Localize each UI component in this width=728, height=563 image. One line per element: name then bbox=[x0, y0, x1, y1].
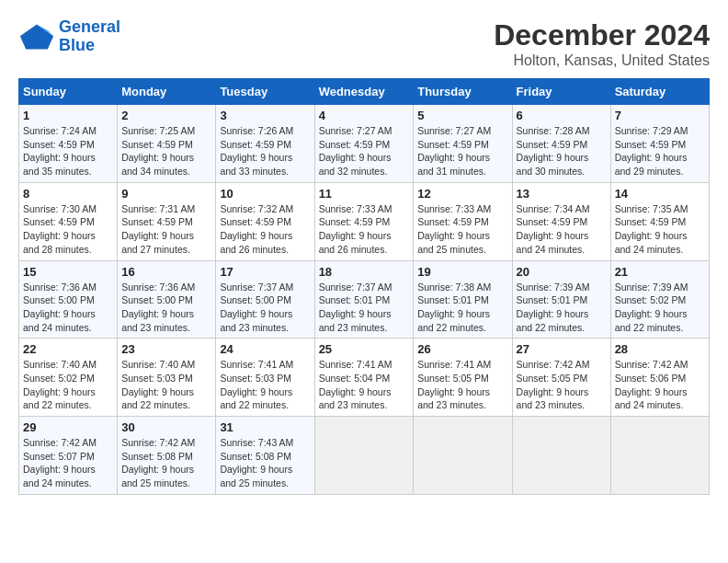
calendar-cell: 11 Sunrise: 7:33 AM Sunset: 4:59 PM Dayl… bbox=[314, 182, 414, 260]
day-detail: Sunrise: 7:37 AM Sunset: 5:01 PM Dayligh… bbox=[319, 281, 410, 335]
day-detail: Sunrise: 7:42 AM Sunset: 5:07 PM Dayligh… bbox=[23, 436, 113, 490]
calendar-cell: 24 Sunrise: 7:41 AM Sunset: 5:03 PM Dayl… bbox=[216, 339, 314, 417]
calendar-cell: 4 Sunrise: 7:27 AM Sunset: 4:59 PM Dayli… bbox=[314, 105, 414, 183]
day-number: 9 bbox=[121, 187, 211, 201]
calendar-cell: 26 Sunrise: 7:41 AM Sunset: 5:05 PM Dayl… bbox=[414, 339, 512, 417]
day-detail: Sunrise: 7:25 AM Sunset: 4:59 PM Dayligh… bbox=[121, 124, 211, 178]
calendar-cell: 17 Sunrise: 7:37 AM Sunset: 5:00 PM Dayl… bbox=[216, 260, 314, 339]
day-number: 3 bbox=[220, 109, 310, 122]
calendar-week-row: 22 Sunrise: 7:40 AM Sunset: 5:02 PM Dayl… bbox=[19, 339, 710, 417]
day-detail: Sunrise: 7:30 AM Sunset: 4:59 PM Dayligh… bbox=[23, 202, 113, 257]
calendar-cell: 15 Sunrise: 7:36 AM Sunset: 5:00 PM Dayl… bbox=[19, 260, 118, 339]
day-detail: Sunrise: 7:33 AM Sunset: 4:59 PM Dayligh… bbox=[319, 202, 410, 257]
day-detail: Sunrise: 7:38 AM Sunset: 5:01 PM Dayligh… bbox=[417, 281, 507, 335]
day-detail: Sunrise: 7:32 AM Sunset: 4:59 PM Dayligh… bbox=[220, 202, 310, 257]
day-detail: Sunrise: 7:29 AM Sunset: 4:59 PM Dayligh… bbox=[615, 124, 705, 178]
weekday-header-row: SundayMondayTuesdayWednesdayThursdayFrid… bbox=[19, 79, 710, 105]
day-detail: Sunrise: 7:40 AM Sunset: 5:02 PM Dayligh… bbox=[23, 358, 113, 412]
calendar-cell: 30 Sunrise: 7:42 AM Sunset: 5:08 PM Dayl… bbox=[118, 417, 216, 495]
logo-line1: General bbox=[59, 17, 120, 36]
calendar-cell bbox=[414, 417, 512, 495]
day-number: 11 bbox=[319, 187, 410, 201]
day-number: 25 bbox=[319, 342, 410, 356]
day-detail: Sunrise: 7:24 AM Sunset: 4:59 PM Dayligh… bbox=[23, 124, 113, 178]
day-detail: Sunrise: 7:27 AM Sunset: 4:59 PM Dayligh… bbox=[319, 124, 410, 178]
day-number: 29 bbox=[23, 420, 113, 434]
day-number: 8 bbox=[23, 187, 113, 201]
day-detail: Sunrise: 7:40 AM Sunset: 5:03 PM Dayligh… bbox=[121, 358, 211, 412]
calendar-cell: 22 Sunrise: 7:40 AM Sunset: 5:02 PM Dayl… bbox=[19, 339, 118, 417]
calendar-cell: 29 Sunrise: 7:42 AM Sunset: 5:07 PM Dayl… bbox=[19, 417, 118, 495]
day-number: 22 bbox=[23, 342, 113, 356]
day-detail: Sunrise: 7:27 AM Sunset: 4:59 PM Dayligh… bbox=[417, 124, 507, 178]
logo-text: General Blue bbox=[59, 18, 120, 55]
day-detail: Sunrise: 7:36 AM Sunset: 5:00 PM Dayligh… bbox=[121, 281, 211, 335]
day-number: 27 bbox=[517, 342, 607, 356]
calendar-cell bbox=[610, 417, 709, 495]
calendar-week-row: 15 Sunrise: 7:36 AM Sunset: 5:00 PM Dayl… bbox=[19, 260, 710, 339]
day-detail: Sunrise: 7:41 AM Sunset: 5:04 PM Dayligh… bbox=[319, 358, 410, 412]
title-section: December 2024 Holton, Kansas, United Sta… bbox=[494, 18, 710, 69]
day-detail: Sunrise: 7:41 AM Sunset: 5:03 PM Dayligh… bbox=[220, 358, 310, 412]
day-detail: Sunrise: 7:35 AM Sunset: 4:59 PM Dayligh… bbox=[615, 202, 705, 257]
day-number: 1 bbox=[23, 109, 113, 122]
header: General Blue December 2024 Holton, Kansa… bbox=[18, 18, 710, 69]
calendar-cell: 2 Sunrise: 7:25 AM Sunset: 4:59 PM Dayli… bbox=[118, 105, 216, 183]
day-number: 15 bbox=[23, 265, 113, 279]
day-detail: Sunrise: 7:42 AM Sunset: 5:08 PM Dayligh… bbox=[121, 436, 211, 490]
day-detail: Sunrise: 7:37 AM Sunset: 5:00 PM Dayligh… bbox=[220, 281, 310, 335]
weekday-header: Friday bbox=[512, 79, 610, 105]
calendar-cell: 27 Sunrise: 7:42 AM Sunset: 5:05 PM Dayl… bbox=[512, 339, 610, 417]
day-number: 31 bbox=[220, 420, 310, 434]
day-number: 19 bbox=[417, 265, 507, 279]
calendar-cell: 21 Sunrise: 7:39 AM Sunset: 5:02 PM Dayl… bbox=[610, 260, 709, 339]
day-number: 2 bbox=[121, 109, 211, 122]
calendar-cell: 10 Sunrise: 7:32 AM Sunset: 4:59 PM Dayl… bbox=[216, 182, 314, 260]
day-detail: Sunrise: 7:26 AM Sunset: 4:59 PM Dayligh… bbox=[220, 124, 310, 178]
calendar-cell bbox=[512, 417, 610, 495]
weekday-header: Wednesday bbox=[314, 79, 414, 105]
day-detail: Sunrise: 7:42 AM Sunset: 5:06 PM Dayligh… bbox=[615, 358, 705, 412]
calendar-cell: 25 Sunrise: 7:41 AM Sunset: 5:04 PM Dayl… bbox=[314, 339, 414, 417]
calendar-cell: 16 Sunrise: 7:36 AM Sunset: 5:00 PM Dayl… bbox=[118, 260, 216, 339]
day-number: 4 bbox=[319, 109, 410, 122]
calendar-cell: 28 Sunrise: 7:42 AM Sunset: 5:06 PM Dayl… bbox=[610, 339, 709, 417]
day-number: 26 bbox=[417, 342, 507, 356]
main-title: December 2024 bbox=[494, 18, 710, 52]
day-number: 5 bbox=[417, 109, 507, 122]
calendar-cell: 7 Sunrise: 7:29 AM Sunset: 4:59 PM Dayli… bbox=[610, 105, 709, 183]
calendar-cell: 5 Sunrise: 7:27 AM Sunset: 4:59 PM Dayli… bbox=[414, 105, 512, 183]
svg-marker-0 bbox=[20, 24, 53, 49]
calendar-cell: 3 Sunrise: 7:26 AM Sunset: 4:59 PM Dayli… bbox=[216, 105, 314, 183]
day-number: 23 bbox=[121, 342, 211, 356]
day-detail: Sunrise: 7:31 AM Sunset: 4:59 PM Dayligh… bbox=[121, 202, 211, 257]
day-detail: Sunrise: 7:43 AM Sunset: 5:08 PM Dayligh… bbox=[220, 436, 310, 490]
day-detail: Sunrise: 7:34 AM Sunset: 4:59 PM Dayligh… bbox=[517, 202, 607, 257]
day-number: 12 bbox=[417, 187, 507, 201]
day-detail: Sunrise: 7:42 AM Sunset: 5:05 PM Dayligh… bbox=[517, 358, 607, 412]
calendar-cell: 31 Sunrise: 7:43 AM Sunset: 5:08 PM Dayl… bbox=[216, 417, 314, 495]
logo-line2: Blue bbox=[59, 36, 95, 54]
calendar-cell: 23 Sunrise: 7:40 AM Sunset: 5:03 PM Dayl… bbox=[118, 339, 216, 417]
subtitle: Holton, Kansas, United States bbox=[494, 52, 710, 69]
weekday-header: Thursday bbox=[414, 79, 512, 105]
day-number: 7 bbox=[615, 109, 705, 122]
day-number: 14 bbox=[615, 187, 705, 201]
calendar-cell: 18 Sunrise: 7:37 AM Sunset: 5:01 PM Dayl… bbox=[314, 260, 414, 339]
calendar-cell: 8 Sunrise: 7:30 AM Sunset: 4:59 PM Dayli… bbox=[19, 182, 118, 260]
day-detail: Sunrise: 7:39 AM Sunset: 5:01 PM Dayligh… bbox=[517, 281, 607, 335]
calendar-cell: 12 Sunrise: 7:33 AM Sunset: 4:59 PM Dayl… bbox=[414, 182, 512, 260]
day-detail: Sunrise: 7:28 AM Sunset: 4:59 PM Dayligh… bbox=[517, 124, 607, 178]
calendar-cell: 13 Sunrise: 7:34 AM Sunset: 4:59 PM Dayl… bbox=[512, 182, 610, 260]
calendar-week-row: 8 Sunrise: 7:30 AM Sunset: 4:59 PM Dayli… bbox=[19, 182, 710, 260]
day-number: 21 bbox=[615, 265, 705, 279]
day-detail: Sunrise: 7:33 AM Sunset: 4:59 PM Dayligh… bbox=[417, 202, 507, 257]
day-number: 10 bbox=[220, 187, 310, 201]
day-number: 24 bbox=[220, 342, 310, 356]
weekday-header: Sunday bbox=[19, 79, 118, 105]
calendar-cell: 14 Sunrise: 7:35 AM Sunset: 4:59 PM Dayl… bbox=[610, 182, 709, 260]
calendar-cell: 20 Sunrise: 7:39 AM Sunset: 5:01 PM Dayl… bbox=[512, 260, 610, 339]
calendar-cell: 1 Sunrise: 7:24 AM Sunset: 4:59 PM Dayli… bbox=[19, 105, 118, 183]
calendar-week-row: 29 Sunrise: 7:42 AM Sunset: 5:07 PM Dayl… bbox=[19, 417, 710, 495]
day-number: 6 bbox=[517, 109, 607, 122]
